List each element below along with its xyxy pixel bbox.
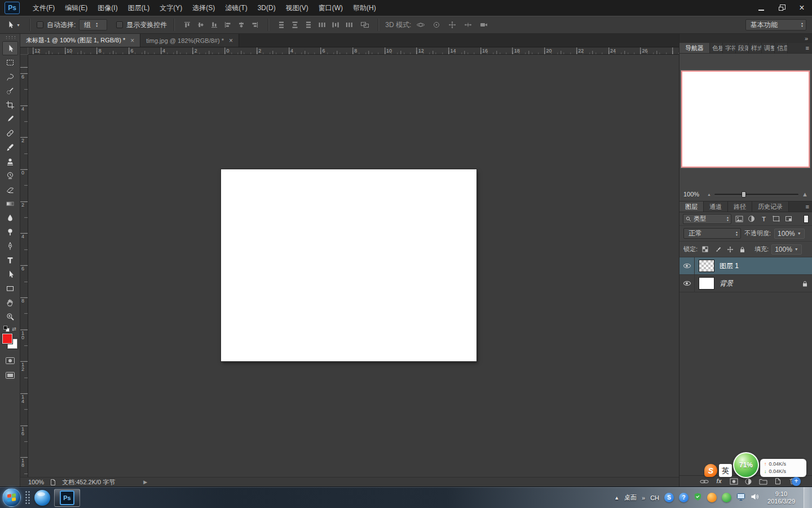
navigator-zoom-value[interactable]: 100%: [683, 191, 704, 198]
adjustment-layer-button[interactable]: [744, 477, 753, 485]
tool-clone-stamp[interactable]: [2, 154, 18, 168]
ime-mode-indicator[interactable]: 英: [719, 464, 732, 477]
zoom-in-icon[interactable]: ▲: [802, 191, 808, 198]
tool-gradient[interactable]: [2, 196, 18, 211]
layer-style-button[interactable]: fx: [714, 477, 723, 485]
layer-thumbnail[interactable]: [699, 260, 714, 272]
align-left-button[interactable]: [222, 19, 234, 30]
panel-tab-2[interactable]: 段落: [736, 43, 749, 53]
status-page-icon[interactable]: [50, 479, 56, 486]
lock-pixels-icon[interactable]: [713, 244, 722, 254]
zoom-slider-thumb[interactable]: [742, 191, 746, 198]
tool-eyedropper[interactable]: [2, 112, 18, 126]
lock-transparency-icon[interactable]: [700, 244, 710, 254]
tool-type[interactable]: [2, 253, 18, 267]
shield-tray-icon[interactable]: [694, 492, 702, 503]
language-indicator[interactable]: CH: [650, 494, 659, 501]
menu-item-10[interactable]: 帮助(H): [348, 0, 381, 16]
sogou-ime-icon[interactable]: S: [704, 464, 717, 477]
document-tab[interactable]: 未标题-1 @ 100% (图层 1, RGB/8) *×: [20, 34, 140, 47]
tool-crop[interactable]: [2, 98, 18, 112]
auto-select-checkbox[interactable]: [37, 21, 43, 28]
fill-field[interactable]: 100% ▼: [771, 244, 802, 255]
tool-preset-picker[interactable]: ▼: [6, 20, 20, 29]
panel-tab-1[interactable]: 通道: [704, 202, 728, 212]
memory-optimizer-ball[interactable]: 71%: [733, 452, 759, 478]
3d-slide-button[interactable]: [462, 19, 474, 30]
photoshop-taskbar-button[interactable]: Ps: [54, 489, 80, 507]
menu-item-6[interactable]: 滤镜(T): [220, 0, 252, 16]
distribute-top-button[interactable]: [275, 19, 288, 30]
panel-tab-2[interactable]: 路径: [728, 202, 752, 212]
screen-mode-button[interactable]: [2, 369, 18, 382]
filter-type-layers-icon[interactable]: T: [759, 214, 769, 224]
quick-mask-button[interactable]: [2, 354, 18, 367]
align-top-button[interactable]: [181, 19, 193, 30]
distribute-right-button[interactable]: [343, 19, 355, 30]
distribute-bottom-button[interactable]: [302, 19, 315, 30]
opacity-field[interactable]: 100% ▼: [774, 229, 805, 239]
start-button[interactable]: [2, 488, 21, 507]
tool-brush[interactable]: [2, 140, 18, 154]
tool-lasso[interactable]: [2, 69, 18, 84]
menu-item-4[interactable]: 文字(Y): [155, 0, 187, 16]
tab-close-icon[interactable]: ×: [130, 37, 134, 45]
workspace-switcher[interactable]: 基本功能 ▲▼: [745, 19, 806, 30]
panel-tab-3[interactable]: 历史记录: [752, 202, 789, 212]
desktop-toolbar-label[interactable]: 桌面: [624, 493, 637, 502]
default-colors-icon[interactable]: [3, 326, 10, 332]
tool-path-selection[interactable]: [2, 267, 18, 281]
vertical-ruler[interactable]: 642024681 01 21 41 61 8: [20, 55, 28, 477]
distribute-horizontal-center-button[interactable]: [329, 19, 342, 30]
horizontal-ruler[interactable]: 1210864202468101214161820222426: [28, 47, 679, 55]
tool-hand[interactable]: [2, 295, 18, 309]
tool-quick-selection[interactable]: [2, 84, 18, 98]
add-layer-mask-button[interactable]: [729, 477, 738, 485]
layer-row[interactable]: 背景: [679, 275, 812, 292]
canvas-document[interactable]: [221, 169, 476, 361]
link-layers-button[interactable]: [700, 477, 709, 485]
toolbar-grip-icon[interactable]: [5, 36, 15, 39]
3d-roll-button[interactable]: [430, 19, 443, 30]
panel-tab-0[interactable]: 图层: [679, 202, 704, 212]
sogou-tray-icon[interactable]: S: [664, 493, 674, 502]
taskbar-grip-icon[interactable]: [25, 491, 30, 505]
menu-item-3[interactable]: 图层(L): [123, 0, 155, 16]
filter-type-dropdown[interactable]: 类型 ▲▼: [683, 214, 731, 224]
tool-rectangular-marquee[interactable]: [2, 55, 18, 69]
tool-dodge[interactable]: [2, 225, 18, 239]
new-layer-button[interactable]: [773, 477, 782, 485]
layer-name[interactable]: 图层 1: [720, 261, 739, 271]
collapse-panels-icon[interactable]: »: [805, 35, 808, 42]
tool-pen[interactable]: [2, 239, 18, 253]
panel-tab-4[interactable]: 调整: [762, 43, 775, 53]
align-bottom-button[interactable]: [208, 19, 220, 30]
panel-tab-1[interactable]: 字符: [723, 43, 736, 53]
lock-position-icon[interactable]: [725, 244, 735, 254]
panel-tab-3[interactable]: 样式: [749, 43, 762, 53]
swap-colors-icon[interactable]: ⇄: [12, 326, 16, 332]
align-right-button[interactable]: [249, 19, 261, 30]
tool-spot-healing-brush[interactable]: [2, 126, 18, 140]
3d-orbit-button[interactable]: [414, 19, 427, 30]
tool-zoom[interactable]: [2, 309, 18, 323]
3d-camera-button[interactable]: [478, 19, 490, 30]
help-tray-icon[interactable]: ?: [679, 493, 689, 502]
auto-align-button[interactable]: [359, 19, 371, 30]
3d-pan-button[interactable]: [446, 19, 458, 30]
minimize-button[interactable]: [751, 0, 771, 16]
lock-all-icon[interactable]: [738, 244, 747, 254]
filter-image-icon[interactable]: [734, 214, 744, 224]
layer-thumbnail[interactable]: [699, 277, 714, 290]
green-tray-icon[interactable]: [722, 493, 731, 502]
distribute-vertical-center-button[interactable]: [289, 19, 301, 30]
widget-add-button[interactable]: +: [792, 477, 801, 486]
document-tab[interactable]: timg.jpg @ 182%(RGB/8#) *×: [140, 34, 239, 47]
menu-item-1[interactable]: 编辑(E): [60, 0, 92, 16]
pasteboard[interactable]: [28, 55, 679, 477]
panel-menu-icon[interactable]: ≡: [803, 202, 812, 212]
menu-item-5[interactable]: 选择(S): [187, 0, 220, 16]
filter-adjustment-icon[interactable]: [747, 214, 756, 224]
show-desktop-button[interactable]: [804, 487, 810, 508]
restore-button[interactable]: [771, 0, 792, 16]
